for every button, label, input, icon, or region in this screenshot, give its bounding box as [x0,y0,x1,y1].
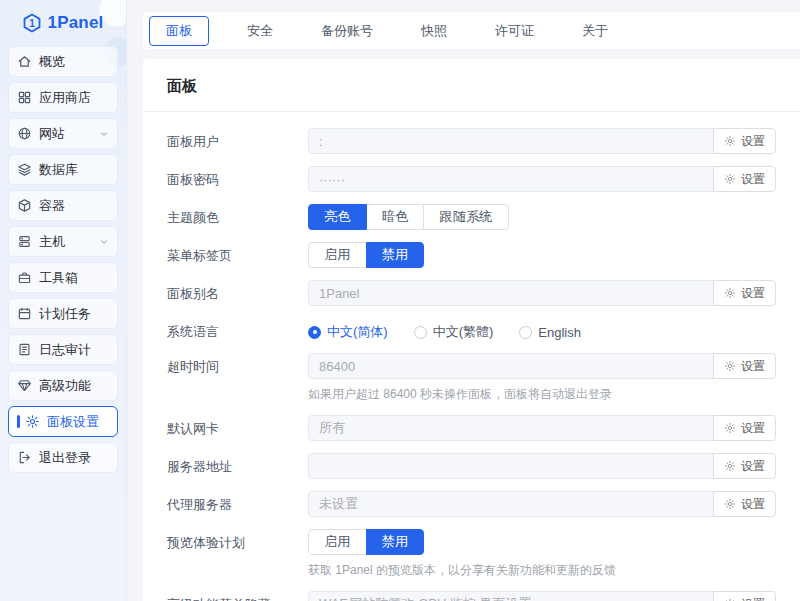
tab-backup-account[interactable]: 备份账号 [311,17,383,45]
server-address-set-button[interactable]: 设置 [713,453,776,479]
sidebar-item-label: 主机 [39,233,65,251]
sidebar-item-logout[interactable]: 退出登录 [8,442,118,473]
theme-light-button[interactable]: 亮色 [308,204,367,230]
field-label: 菜单标签页 [167,242,308,268]
radio-label: 中文(简体) [327,323,388,341]
tab-panel[interactable]: 面板 [149,16,209,46]
proxy-server-set-button[interactable]: 设置 [713,491,776,517]
sidebar-item-logs[interactable]: 日志审计 [8,334,118,365]
form-row-server-address: 服务器地址 设置 [167,453,776,479]
server-address-input[interactable] [308,453,714,479]
panel-user-input[interactable] [308,128,714,154]
proxy-server-input[interactable] [308,491,714,517]
theme-auto-button[interactable]: 跟随系统 [423,204,508,230]
panel-alias-set-button[interactable]: 设置 [713,280,776,306]
sidebar-item-label: 工具箱 [39,269,78,287]
active-indicator [17,415,20,428]
advanced-menu-hide-set-button[interactable]: 设置 [713,591,776,601]
sidebar-item-label: 计划任务 [39,305,91,323]
form-row-panel-password: 面板密码 设置 [167,166,776,192]
panel-user-set-button[interactable]: 设置 [713,128,776,154]
radio-dot [308,326,321,339]
tab-snapshot[interactable]: 快照 [411,17,457,45]
set-button-label: 设置 [741,171,765,188]
panel-alias-input[interactable] [308,280,714,306]
sidebar-item-host[interactable]: 主机 [8,226,118,257]
radio-english[interactable]: English [519,325,581,340]
chevron-down-icon [99,237,109,247]
sidebar-item-label: 概览 [39,53,65,71]
sidebar-item-panel-settings[interactable]: 面板设置 [8,406,118,437]
radio-dot [414,326,427,339]
sidebar-item-website[interactable]: 网站 [8,118,118,149]
container-icon [17,198,32,213]
globe-icon [17,126,32,141]
default-network-set-button[interactable]: 设置 [713,415,776,441]
brand-logo[interactable]: 1 1Panel [8,0,118,46]
tab-license[interactable]: 许可证 [485,17,544,45]
theme-dark-button[interactable]: 暗色 [366,204,425,230]
menu-tabs-enable-button[interactable]: 启用 [308,242,367,268]
set-button-label: 设置 [741,458,765,475]
gear-icon [25,414,40,429]
default-network-input[interactable] [308,415,714,441]
chevron-down-icon [99,129,109,139]
advanced-menu-hide-input[interactable] [308,591,714,601]
database-icon [17,162,32,177]
main-area: 面板 安全 备份账号 快照 许可证 关于 面板 面板用户 设置 面板密 [127,0,800,601]
sidebar-item-advanced[interactable]: 高级功能 [8,370,118,401]
tab-about[interactable]: 关于 [572,17,618,45]
form-row-language: 系统语言 中文(简体) 中文(繁體) English [167,318,776,341]
radio-label: English [538,325,581,340]
timeout-help-text: 如果用户超过 86400 秒未操作面板，面板将自动退出登录 [308,386,776,403]
form-row-timeout: 超时时间 设置 如果用户超过 86400 秒未操作面板，面板将自动退出登录 [167,353,776,403]
field-label: 代理服务器 [167,491,308,517]
diamond-icon [17,378,32,393]
sidebar-item-toolbox[interactable]: 工具箱 [8,262,118,293]
cronjob-icon [17,306,32,321]
menu-tabs-disable-button[interactable]: 禁用 [366,242,425,268]
sidebar-item-overview[interactable]: 概览 [8,46,118,77]
preview-enable-button[interactable]: 启用 [308,529,367,555]
field-label: 面板别名 [167,280,308,306]
radio-label: 中文(繁體) [433,323,494,341]
gear-icon [724,422,736,434]
sidebar-item-label: 容器 [39,197,65,215]
appstore-icon [17,90,32,105]
sidebar-item-appstore[interactable]: 应用商店 [8,82,118,113]
timeout-set-button[interactable]: 设置 [713,353,776,379]
section-title: 面板 [167,77,776,96]
hexagon-1-logo-icon: 1 [22,13,42,33]
panel-password-set-button[interactable]: 设置 [713,166,776,192]
form-row-theme-color: 主题颜色 亮色 暗色 跟随系统 [167,204,776,230]
preview-disable-button[interactable]: 禁用 [366,529,425,555]
radio-zh-tw[interactable]: 中文(繁體) [414,323,494,341]
sidebar-item-label: 数据库 [39,161,78,179]
field-label: 高级功能菜单隐藏 [167,591,308,601]
set-button-label: 设置 [741,596,765,601]
sidebar-item-label: 高级功能 [39,377,91,395]
timeout-input[interactable] [308,353,714,379]
svg-text:1: 1 [30,18,36,29]
preview-program-button-group: 启用 禁用 [308,529,424,555]
gear-icon [724,460,736,472]
sidebar-item-cronjob[interactable]: 计划任务 [8,298,118,329]
gear-icon [724,498,736,510]
sidebar-item-label: 日志审计 [39,341,91,359]
form-row-preview-program: 预览体验计划 启用 禁用 获取 1Panel 的预览版本，以分享有关新功能和更新… [167,529,776,579]
sidebar-item-container[interactable]: 容器 [8,190,118,221]
theme-color-button-group: 亮色 暗色 跟随系统 [308,204,509,230]
sidebar-item-database[interactable]: 数据库 [8,154,118,185]
set-button-label: 设置 [741,133,765,150]
field-label: 面板密码 [167,166,308,192]
host-icon [17,234,32,249]
form-row-default-network: 默认网卡 设置 [167,415,776,441]
field-label: 超时时间 [167,353,308,403]
gear-icon [724,173,736,185]
logout-icon [17,450,32,465]
radio-zh-cn[interactable]: 中文(简体) [308,323,388,341]
panel-password-input[interactable] [308,166,714,192]
sidebar-item-label: 退出登录 [39,449,91,467]
logs-icon [17,342,32,357]
tab-security[interactable]: 安全 [237,17,283,45]
